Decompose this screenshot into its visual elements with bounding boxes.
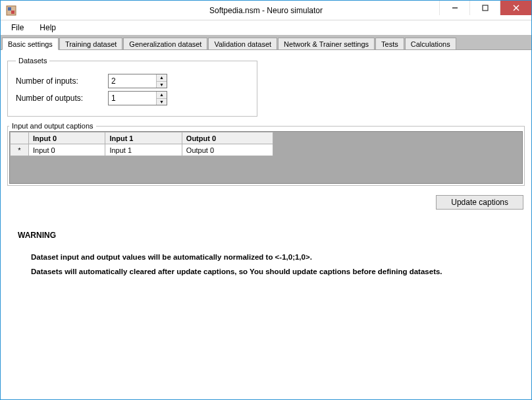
warning-block: WARNING Dataset input and output values …: [18, 231, 514, 275]
tabbar: Basic settings Training dataset Generali…: [1, 35, 531, 49]
update-captions-button[interactable]: Update captions: [436, 195, 523, 210]
outputs-label: Number of outputs:: [16, 94, 108, 103]
app-icon: [6, 5, 16, 16]
cell-output0[interactable]: Output 0: [182, 144, 273, 156]
tab-validation-dataset[interactable]: Validation dataset: [208, 38, 277, 49]
col-header-input1[interactable]: Input 1: [105, 132, 182, 144]
button-row: Update captions: [7, 191, 525, 214]
inputs-down-icon[interactable]: ▼: [157, 82, 167, 88]
tab-content: Datasets Number of inputs: ▲ ▼ Number of…: [1, 49, 531, 399]
menubar: File Help: [1, 20, 531, 35]
warning-line1: Dataset input and output values will be …: [31, 253, 514, 261]
captions-grid[interactable]: Input 0 Input 1 Output 0 * Input 0 Input…: [9, 131, 523, 184]
inputs-row: Number of inputs: ▲ ▼: [16, 74, 249, 88]
minimize-button[interactable]: [439, 1, 469, 15]
row-marker[interactable]: *: [11, 144, 29, 156]
captions-legend: Input and output captions: [9, 122, 96, 130]
outputs-row: Number of outputs: ▲ ▼: [16, 91, 249, 105]
svg-rect-2: [11, 11, 14, 14]
window-controls: [439, 1, 531, 15]
col-header-input0[interactable]: Input 0: [29, 132, 105, 144]
outputs-up-icon[interactable]: ▲: [157, 92, 167, 99]
captions-group: Input and output captions Input 0 Input …: [7, 122, 525, 186]
tab-generalization-dataset[interactable]: Generalization dataset: [123, 38, 207, 49]
outputs-spinner[interactable]: ▲ ▼: [108, 91, 167, 105]
warning-line2: Datasets will automatically cleared afte…: [31, 268, 514, 275]
warning-title: WARNING: [18, 231, 514, 240]
datasets-legend: Datasets: [16, 57, 49, 65]
menu-help[interactable]: Help: [33, 22, 63, 34]
tab-network-trainer-settings[interactable]: Network & Trainer settings: [278, 38, 375, 49]
outputs-value[interactable]: [109, 92, 156, 105]
svg-rect-4: [483, 5, 488, 11]
tab-basic-settings[interactable]: Basic settings: [2, 38, 59, 50]
inputs-label: Number of inputs:: [16, 76, 108, 86]
tab-calculations[interactable]: Calculations: [405, 38, 456, 49]
cell-input1[interactable]: Input 1: [105, 144, 182, 156]
outputs-down-icon[interactable]: ▼: [157, 99, 167, 105]
inputs-spinner[interactable]: ▲ ▼: [108, 74, 167, 88]
titlebar: Softpedia.nsm - Neuro simulator: [1, 1, 531, 20]
col-header-output0[interactable]: Output 0: [182, 132, 273, 144]
inputs-up-icon[interactable]: ▲: [157, 74, 167, 82]
menu-file[interactable]: File: [5, 22, 30, 34]
maximize-button[interactable]: [469, 1, 500, 15]
table-row: * Input 0 Input 1 Output 0: [11, 144, 273, 156]
close-button[interactable]: [500, 1, 531, 15]
datasets-group: Datasets Number of inputs: ▲ ▼ Number of…: [7, 57, 257, 117]
tab-training-dataset[interactable]: Training dataset: [59, 38, 122, 49]
inputs-value[interactable]: [109, 74, 156, 88]
svg-rect-1: [8, 7, 11, 11]
row-header-blank: [11, 132, 29, 144]
cell-input0[interactable]: Input 0: [29, 144, 105, 156]
tab-tests[interactable]: Tests: [375, 38, 404, 49]
table-header-row: Input 0 Input 1 Output 0: [11, 132, 273, 144]
